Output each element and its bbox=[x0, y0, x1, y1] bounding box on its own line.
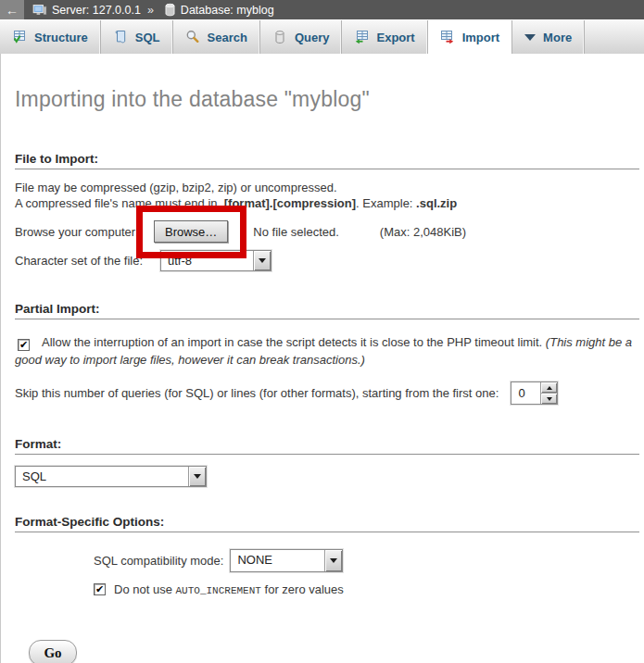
tab-label: SQL bbox=[135, 31, 160, 44]
tab-label: Query bbox=[295, 31, 330, 44]
page-title: Importing into the database "myblog" bbox=[15, 54, 639, 112]
tab-label: Export bbox=[376, 31, 414, 44]
section-heading-partial-import: Partial Import: bbox=[15, 302, 639, 319]
file-import-help-text: File may be compressed (gzip, bzip2, zip… bbox=[15, 180, 639, 211]
tab-label: Structure bbox=[34, 31, 88, 44]
breadcrumb-bar: ← Server: 127.0.0.1 » Database: myblog bbox=[0, 0, 644, 19]
query-icon bbox=[272, 30, 287, 44]
skip-queries-spinner[interactable]: 0 bbox=[511, 382, 558, 405]
tab-import[interactable]: Import bbox=[428, 20, 512, 54]
database-icon bbox=[164, 3, 176, 17]
search-icon bbox=[185, 30, 200, 44]
skip-queries-value: 0 bbox=[511, 382, 540, 404]
tab-structure[interactable]: Structure bbox=[0, 20, 101, 54]
skip-queries-label: Skip this number of queries (for SQL) or… bbox=[15, 386, 499, 400]
file-upload-row: Browse your computer: Browse… No file se… bbox=[15, 219, 639, 244]
tab-sql[interactable]: SQL bbox=[101, 20, 173, 54]
section-heading-format-options: Format-Specific Options: bbox=[15, 515, 639, 532]
browse-button[interactable]: Browse… bbox=[154, 220, 228, 243]
skip-queries-row: Skip this number of queries (for SQL) or… bbox=[15, 382, 639, 405]
sql-compat-select[interactable]: NONE bbox=[230, 549, 343, 572]
allow-interruption-label: Allow the interruption of an import in c… bbox=[42, 335, 542, 349]
breadcrumb-server[interactable]: Server: 127.0.0.1 bbox=[52, 4, 141, 17]
spinner-down-button[interactable] bbox=[541, 393, 557, 404]
no-file-selected-text: No file selected. bbox=[253, 225, 339, 239]
auto-increment-label: Do not use AUTO_INCREMENT for zero value… bbox=[114, 582, 344, 596]
auto-increment-checkbox[interactable]: ✔ bbox=[94, 583, 106, 595]
export-icon bbox=[354, 30, 369, 44]
tab-label: Search bbox=[208, 31, 247, 44]
structure-icon bbox=[12, 30, 27, 44]
charset-row: Character set of the file: utf-8 bbox=[15, 250, 639, 271]
tab-bar: Structure SQL Search Query bbox=[0, 19, 644, 54]
breadcrumb-separator: » bbox=[147, 4, 154, 17]
charset-select[interactable]: utf-8 bbox=[160, 250, 271, 271]
section-heading-format: Format: bbox=[15, 437, 639, 455]
chevron-down-icon bbox=[524, 34, 536, 41]
dropdown-arrow-icon[interactable] bbox=[253, 251, 271, 270]
server-icon bbox=[32, 3, 47, 18]
filename-note: A compressed file's name must end in .[f… bbox=[15, 195, 639, 211]
tab-query[interactable]: Query bbox=[260, 20, 343, 54]
format-select[interactable]: SQL bbox=[15, 466, 207, 487]
auto-increment-row: ✔ Do not use AUTO_INCREMENT for zero val… bbox=[94, 582, 639, 596]
sql-icon bbox=[113, 30, 128, 44]
tab-search[interactable]: Search bbox=[173, 20, 260, 54]
spinner-buttons bbox=[540, 382, 557, 404]
dropdown-arrow-icon[interactable] bbox=[324, 550, 342, 571]
section-heading-file-to-import: File to Import: bbox=[15, 152, 639, 169]
breadcrumb-database[interactable]: Database: myblog bbox=[181, 4, 274, 17]
max-upload-size: (Max: 2,048KiB) bbox=[380, 225, 466, 239]
tab-label: Import bbox=[462, 31, 499, 44]
dropdown-arrow-icon[interactable] bbox=[188, 467, 206, 486]
back-button[interactable]: ← bbox=[0, 0, 24, 19]
browse-computer-label: Browse your computer: bbox=[15, 225, 154, 239]
charset-label: Character set of the file: bbox=[15, 254, 160, 268]
format-row: SQL bbox=[15, 466, 639, 487]
import-icon bbox=[440, 30, 455, 44]
tab-more[interactable]: More bbox=[512, 20, 585, 54]
tab-export[interactable]: Export bbox=[342, 20, 427, 54]
allow-interruption-checkbox[interactable]: ✔ bbox=[18, 339, 30, 351]
spinner-up-button[interactable] bbox=[541, 382, 557, 393]
charset-selected-value: utf-8 bbox=[161, 251, 253, 270]
format-selected-value: SQL bbox=[16, 467, 188, 486]
sql-compat-label: SQL compatibility mode: bbox=[94, 554, 223, 568]
tab-label: More bbox=[543, 31, 572, 44]
sql-compat-row: SQL compatibility mode: NONE bbox=[94, 549, 639, 572]
auto-increment-code: AUTO_INCREMENT bbox=[176, 585, 261, 596]
compression-note: File may be compressed (gzip, bzip2, zip… bbox=[15, 180, 639, 195]
go-button[interactable]: Go bbox=[29, 640, 77, 663]
import-page: Importing into the database "myblog" Fil… bbox=[0, 54, 644, 663]
sql-compat-selected-value: NONE bbox=[231, 550, 324, 571]
back-arrow-icon: ← bbox=[6, 3, 19, 18]
allow-interruption-row: ✔Allow the interruption of an import in … bbox=[15, 333, 639, 369]
